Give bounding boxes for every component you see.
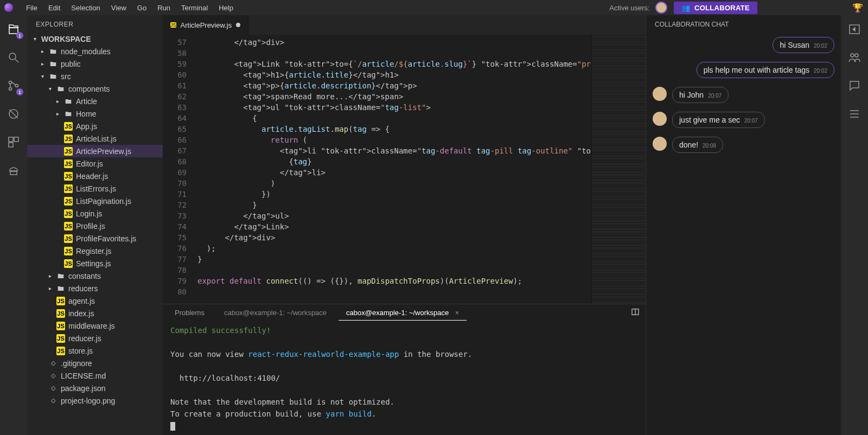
file-reducer-js[interactable]: JSreducer.js (27, 332, 163, 344)
svg-point-3 (16, 85, 18, 87)
activity-bar-left: 1 1 (0, 15, 27, 435)
tree-label: reducer.js (68, 334, 101, 343)
file-register-js[interactable]: JSRegister.js (27, 245, 163, 257)
editor-area: JS ArticlePreview.js 5758596061626364656… (163, 15, 646, 435)
panel-tab-terminal-2[interactable]: cabox@example-1: ~/workspace × (339, 305, 467, 321)
file-profilefavorites-js[interactable]: JSProfileFavorites.js (27, 232, 163, 245)
file-store-js[interactable]: JSstore.js (27, 344, 163, 357)
code-editor[interactable]: 5758596061626364656667686970717273747576… (163, 35, 646, 304)
activity-chef-icon[interactable] (5, 162, 22, 179)
chat-timestamp: 20:07 (708, 93, 722, 99)
tree-label: index.js (68, 309, 94, 318)
menu-view[interactable]: View (106, 2, 132, 14)
terminal-line: in the browser. (399, 350, 472, 359)
file-middleware-js[interactable]: JSmiddleware.js (27, 319, 163, 332)
menu-selection[interactable]: Selection (66, 2, 105, 14)
file-index-js[interactable]: JSindex.js (27, 307, 163, 319)
menu-run[interactable]: Run (152, 2, 176, 14)
file-icon: ◇ (49, 384, 58, 393)
trophy-icon[interactable]: 🏆 (852, 2, 864, 14)
file-listerrors-js[interactable]: JSListErrors.js (27, 182, 163, 195)
terminal-line: To create a production build, use (170, 410, 326, 418)
active-user-avatar[interactable] (655, 2, 667, 14)
menu-file[interactable]: File (21, 2, 43, 14)
menu-go[interactable]: Go (132, 2, 152, 14)
collaborate-label: COLLABORATE (694, 4, 750, 12)
tree-label: Login.js (76, 209, 102, 218)
activity-preview-icon[interactable] (846, 21, 863, 38)
file-app-js[interactable]: JSApp.js (27, 120, 163, 132)
file-listpagination-js[interactable]: JSListPagination.js (27, 195, 163, 207)
tree-label: .gitignore (61, 359, 92, 368)
file-articlelist-js[interactable]: JSArticleList.js (27, 132, 163, 145)
file-agent-js[interactable]: JSagent.js (27, 295, 163, 307)
chat-text: hi John (679, 91, 704, 99)
panel-tabs: Problems cabox@example-1: ~/workspace ca… (163, 304, 646, 321)
svg-point-1 (9, 81, 12, 84)
activity-search-icon[interactable] (5, 49, 22, 66)
terminal-line: Compiled successfully! (170, 326, 271, 335)
folder-constants[interactable]: ▸constants (27, 270, 163, 282)
file-settings-js[interactable]: JSSettings.js (27, 257, 163, 270)
chevron-right-icon: ▸ (54, 111, 61, 117)
file-project-logo-png[interactable]: ◇project-logo.png (27, 394, 163, 407)
terminal-line: react-redux-realworld-example-app (248, 350, 399, 359)
activity-chat-icon[interactable] (846, 77, 863, 94)
menu-help[interactable]: Help (213, 2, 239, 14)
tree-label: store.js (68, 347, 93, 355)
file-package-json[interactable]: ◇package.json (27, 382, 163, 394)
folder-article[interactable]: ▸Article (27, 95, 163, 107)
js-file-icon: JS (64, 222, 73, 231)
activity-list-icon[interactable] (846, 105, 863, 123)
panel-tab-problems[interactable]: Problems (167, 305, 212, 320)
file--gitignore[interactable]: ◇.gitignore (27, 357, 163, 369)
file-icon: ◇ (49, 359, 58, 368)
tree-label: ListPagination.js (76, 197, 131, 206)
panel-tab-terminal-1[interactable]: cabox@example-1: ~/workspace (216, 305, 334, 320)
js-file-icon: JS (64, 247, 73, 255)
menu-edit[interactable]: Edit (43, 2, 66, 14)
terminal-line: You can now view (170, 350, 248, 359)
menu-terminal[interactable]: Terminal (176, 2, 213, 14)
folder-icon (49, 72, 58, 81)
activity-extensions-icon[interactable] (5, 133, 22, 151)
tree-label: ListErrors.js (76, 184, 116, 193)
tree-label: components (68, 85, 110, 93)
folder-home[interactable]: ▸Home (27, 107, 163, 120)
folder-components[interactable]: ▾components (27, 82, 163, 95)
folder-src[interactable]: ▾src (27, 70, 163, 82)
workspace-root[interactable]: ▾ WORKSPACE (27, 33, 163, 45)
chat-timestamp: 20:02 (814, 68, 827, 74)
chat-messages[interactable]: hi Susan20:02pls help me out with articl… (646, 34, 841, 435)
split-editor-icon[interactable] (629, 308, 641, 318)
file-articlepreview-js[interactable]: JSArticlePreview.js (27, 145, 163, 157)
file-icon: ◇ (49, 372, 58, 380)
tree-label: public (61, 60, 81, 68)
js-file-icon: JS (56, 334, 65, 343)
editor-tab-articlepreview[interactable]: JS ArticlePreview.js (163, 15, 248, 35)
folder-node_modules[interactable]: ▸node_modules (27, 45, 163, 57)
file-profile-js[interactable]: JSProfile.js (27, 220, 163, 232)
folder-reducers[interactable]: ▸reducers (27, 282, 163, 295)
activity-debug-icon[interactable] (5, 105, 22, 123)
file-login-js[interactable]: JSLogin.js (27, 207, 163, 220)
js-file-icon: JS (56, 309, 65, 318)
activity-users-icon[interactable] (846, 49, 863, 66)
file-license-md[interactable]: ◇LICENSE.md (27, 369, 163, 382)
close-icon[interactable]: × (455, 309, 459, 317)
terminal-output[interactable]: Compiled successfully! You can now view … (163, 321, 646, 435)
js-file-icon: JS (56, 322, 65, 330)
file-header-js[interactable]: JSHeader.js (27, 170, 163, 182)
activity-scm-icon[interactable]: 1 (5, 77, 22, 94)
folder-public[interactable]: ▸public (27, 57, 163, 70)
activity-explorer-icon[interactable]: 1 (5, 21, 22, 38)
chat-title: COLLABORATION CHAT (646, 15, 841, 34)
collaborate-button[interactable]: 👥 COLLABORATE (674, 2, 757, 14)
chat-timestamp: 20:02 (814, 43, 827, 49)
terminal-line: yarn build (326, 410, 372, 418)
file-editor-js[interactable]: JSEditor.js (27, 157, 163, 170)
code-content[interactable]: </tag">div> <tag">Link "tok-attr">to={`/… (193, 35, 591, 304)
minimap[interactable] (591, 35, 646, 304)
folder-icon (49, 60, 58, 68)
file-tree[interactable]: ▾ WORKSPACE ▸node_modules▸public▾src▾com… (27, 33, 163, 435)
